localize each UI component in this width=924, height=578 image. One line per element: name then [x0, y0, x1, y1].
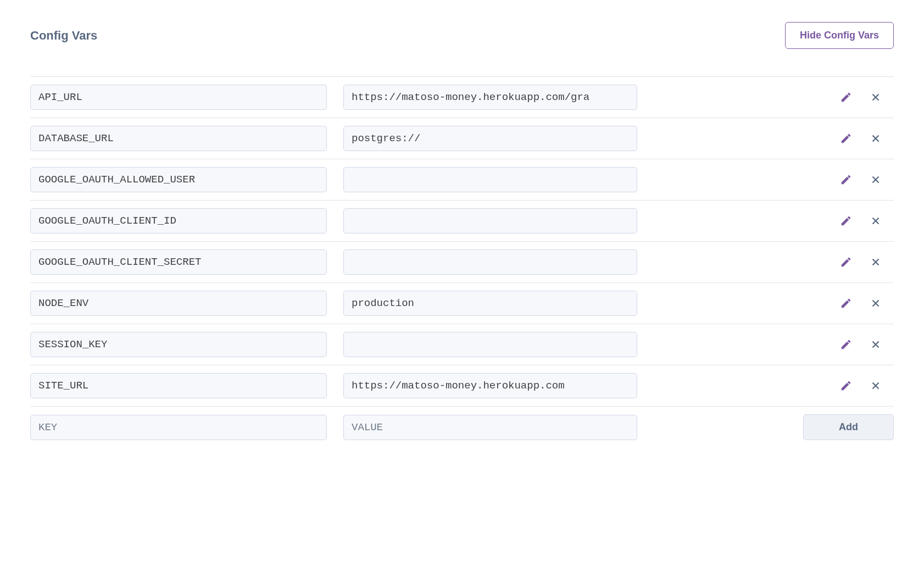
close-icon — [870, 256, 882, 268]
pencil-icon — [840, 91, 852, 103]
config-var-row — [30, 242, 894, 283]
pencil-icon — [840, 132, 852, 144]
config-var-row — [30, 159, 894, 201]
pencil-icon — [840, 380, 852, 392]
edit-button[interactable] — [838, 336, 854, 353]
delete-button[interactable] — [867, 171, 884, 188]
config-var-row — [30, 283, 894, 324]
close-icon — [870, 132, 882, 144]
edit-button[interactable] — [838, 213, 854, 229]
delete-button[interactable] — [867, 336, 884, 353]
edit-button[interactable] — [838, 254, 854, 270]
edit-button[interactable] — [838, 130, 854, 147]
row-actions — [838, 295, 894, 312]
config-value-input[interactable] — [343, 249, 637, 275]
config-value-input[interactable] — [343, 85, 637, 110]
delete-button[interactable] — [867, 213, 884, 229]
config-var-row — [30, 365, 894, 407]
delete-button[interactable] — [867, 377, 884, 394]
close-icon — [870, 380, 882, 392]
config-key-input[interactable] — [30, 85, 327, 110]
config-key-input[interactable] — [30, 208, 327, 234]
edit-button[interactable] — [838, 295, 854, 312]
config-key-input[interactable] — [30, 373, 327, 398]
close-icon — [870, 215, 882, 227]
config-var-row — [30, 324, 894, 365]
config-key-input[interactable] — [30, 332, 327, 357]
close-icon — [870, 174, 882, 186]
config-key-input[interactable] — [30, 249, 327, 275]
row-actions — [838, 171, 894, 188]
pencil-icon — [840, 297, 852, 309]
config-var-row — [30, 76, 894, 118]
config-var-row — [30, 201, 894, 242]
close-icon — [870, 338, 882, 351]
add-button[interactable]: Add — [803, 414, 894, 440]
close-icon — [870, 91, 882, 103]
config-key-input[interactable] — [30, 291, 327, 316]
config-value-input[interactable] — [343, 208, 637, 234]
row-actions — [838, 336, 894, 353]
config-value-input[interactable] — [343, 332, 637, 357]
edit-button[interactable] — [838, 377, 854, 394]
row-actions — [838, 213, 894, 229]
section-title: Config Vars — [30, 29, 97, 43]
edit-button[interactable] — [838, 171, 854, 188]
delete-button[interactable] — [867, 89, 884, 105]
config-value-input[interactable] — [343, 291, 637, 316]
config-var-row — [30, 118, 894, 159]
config-vars-list — [30, 76, 894, 407]
config-key-input[interactable] — [30, 167, 327, 192]
row-actions — [838, 89, 894, 105]
row-actions — [838, 254, 894, 270]
pencil-icon — [840, 174, 852, 186]
new-value-input[interactable] — [343, 415, 637, 440]
close-icon — [870, 297, 882, 309]
pencil-icon — [840, 215, 852, 227]
new-key-input[interactable] — [30, 415, 327, 440]
pencil-icon — [840, 338, 852, 351]
edit-button[interactable] — [838, 89, 854, 105]
delete-button[interactable] — [867, 295, 884, 312]
hide-config-vars-button[interactable]: Hide Config Vars — [785, 22, 894, 49]
config-value-input[interactable] — [343, 126, 637, 151]
config-key-input[interactable] — [30, 126, 327, 151]
row-actions — [838, 377, 894, 394]
delete-button[interactable] — [867, 130, 884, 147]
row-actions — [838, 130, 894, 147]
add-config-var-row: Add — [30, 407, 894, 448]
config-value-input[interactable] — [343, 167, 637, 192]
config-value-input[interactable] — [343, 373, 637, 398]
pencil-icon — [840, 256, 852, 268]
delete-button[interactable] — [867, 254, 884, 270]
